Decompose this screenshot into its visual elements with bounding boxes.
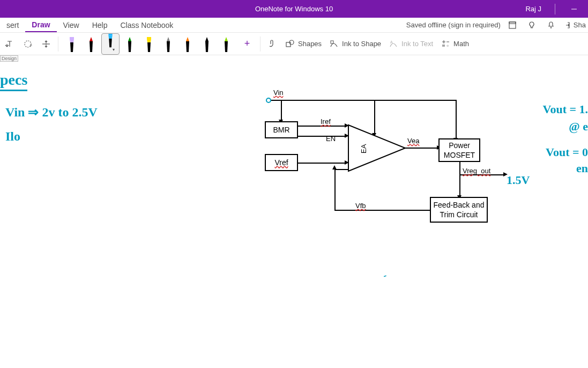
tab-view[interactable]: View — [57, 19, 86, 32]
tab-insert[interactable]: sert — [0, 19, 25, 32]
insert-space-tool[interactable] — [39, 36, 54, 51]
block-ea: EA — [347, 124, 406, 172]
svg-marker-26 — [205, 41, 209, 52]
wire — [459, 162, 460, 175]
lime-pen[interactable] — [217, 33, 235, 55]
svg-point-39 — [266, 98, 271, 102]
svg-rect-13 — [108, 34, 112, 36]
add-pen-button[interactable]: + — [239, 35, 256, 53]
divider — [555, 4, 555, 14]
wire-bus — [281, 100, 456, 101]
share-button[interactable]: Sha — [563, 18, 586, 33]
label-vea: Vea — [407, 137, 419, 145]
wire — [334, 210, 430, 211]
svg-marker-10 — [70, 42, 73, 52]
fullscreen-icon[interactable] — [505, 18, 520, 33]
ink-en: en — [576, 161, 588, 175]
ribbon-separator — [260, 36, 260, 51]
ink-at-e: @ e — [569, 120, 588, 134]
ink-to-shape-button[interactable]: Ink to Shape — [327, 39, 383, 49]
svg-text:EA: EA — [360, 144, 368, 153]
svg-marker-12 — [90, 41, 93, 52]
ink-1p5v: 1.5V — [507, 173, 530, 187]
math-label: Math — [453, 40, 469, 48]
ribbon: + ▾ — [0, 33, 588, 55]
wire — [271, 100, 281, 101]
label-vfb: Vfb — [355, 202, 366, 210]
ink-to-shape-label: Ink to Shape — [342, 40, 381, 48]
label-vreg-out: Vreg_out — [463, 167, 490, 175]
lasso-tool[interactable]: + — [20, 36, 35, 51]
svg-rect-8 — [70, 37, 74, 39]
text-tool[interactable] — [2, 36, 17, 51]
block-feedback: Feed-Back and Trim Circuit — [430, 197, 488, 223]
wire — [281, 100, 282, 120]
lavender-highlighter[interactable] — [63, 33, 81, 55]
block-power-mosfet: Power MOSFET — [438, 138, 480, 162]
svg-text:A: A — [390, 40, 393, 44]
lightbulb-icon[interactable] — [524, 18, 539, 33]
ink-to-text-label: Ink to Text — [401, 40, 433, 48]
orange-pen[interactable] — [178, 33, 197, 55]
svg-marker-23 — [186, 37, 189, 41]
page-title-box[interactable]: Design — [0, 55, 18, 62]
ink-vout-0: Vout = 0 — [546, 145, 588, 159]
tab-help[interactable]: Help — [86, 19, 114, 32]
shapes-button[interactable]: Shapes — [283, 39, 324, 49]
arrow — [503, 172, 508, 176]
svg-marker-21 — [167, 37, 170, 41]
svg-marker-16 — [128, 37, 131, 41]
ribbon-separator — [58, 36, 58, 51]
svg-rect-2 — [509, 22, 516, 24]
blue-highlighter[interactable]: ▾ — [101, 33, 120, 55]
svg-marker-9 — [70, 39, 74, 42]
user-name[interactable]: Raj J — [520, 5, 547, 13]
save-status: Saved offline (sign in required) — [406, 21, 501, 29]
ink-heading-specs: pecs — [0, 71, 27, 91]
canvas[interactable]: Design pecs Vin ⇒ 2v to 2.5V Ilo Vout = … — [0, 55, 588, 368]
svg-rect-1 — [509, 22, 516, 28]
svg-marker-15 — [109, 39, 111, 47]
svg-marker-27 — [225, 37, 228, 41]
ink-to-text-button: A Ink to Text — [386, 39, 435, 49]
wire — [334, 169, 348, 170]
svg-marker-40 — [348, 125, 405, 171]
svg-marker-28 — [225, 41, 228, 52]
math-button[interactable]: ÷ Math — [438, 39, 471, 49]
svg-marker-14 — [108, 35, 112, 38]
label-iref: Iref — [321, 117, 331, 126]
shapes-label: Shapes — [298, 40, 322, 48]
app-title: OneNote for Windows 10 — [255, 5, 333, 13]
ink-stray-mark: - — [382, 270, 389, 282]
gray-pen[interactable] — [159, 33, 177, 55]
svg-point-4 — [550, 27, 552, 28]
tab-class-notebook[interactable]: Class Notebook — [114, 19, 180, 32]
touch-draw-icon[interactable] — [265, 36, 280, 51]
svg-marker-17 — [128, 41, 131, 52]
share-label: Sha — [574, 21, 586, 29]
title-bar: OneNote for Windows 10 Raj J — [0, 0, 588, 18]
svg-marker-19 — [147, 39, 151, 42]
svg-marker-25 — [205, 37, 209, 41]
minimize-button[interactable] — [563, 0, 585, 18]
bell-icon[interactable] — [544, 18, 559, 33]
svg-marker-24 — [186, 41, 189, 52]
wire — [334, 169, 336, 211]
label-vin: Vin — [273, 89, 284, 97]
svg-marker-22 — [167, 41, 170, 52]
block-vref: Vref — [265, 154, 298, 171]
red-pen[interactable] — [82, 33, 100, 55]
tab-draw[interactable]: Draw — [25, 18, 56, 32]
svg-rect-31 — [331, 41, 333, 43]
yellow-highlighter[interactable] — [140, 33, 158, 55]
black-pen[interactable] — [198, 33, 216, 55]
label-en: EN — [326, 135, 336, 143]
ink-spec-vin: Vin ⇒ 2v to 2.5V — [5, 105, 98, 120]
ink-spec-iload: Ilo — [5, 129, 20, 144]
svg-marker-11 — [90, 37, 93, 41]
chevron-down-icon: ▾ — [113, 47, 115, 52]
green-pen[interactable] — [121, 33, 139, 55]
svg-text:÷: ÷ — [446, 43, 449, 48]
wire — [456, 100, 457, 138]
svg-marker-20 — [147, 42, 151, 52]
